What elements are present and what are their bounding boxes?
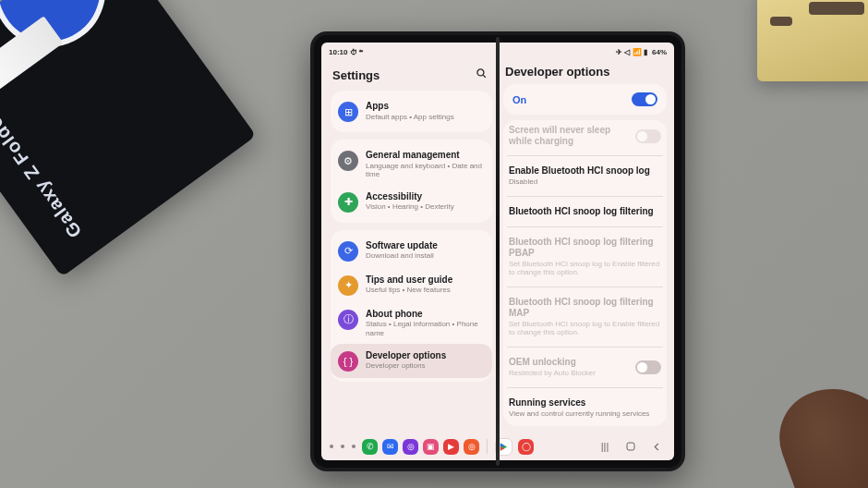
dev-option-bluetooth-hci-snoop-log-filtering[interactable]: Bluetooth HCI snoop log filtering (503, 200, 667, 224)
option-title: OEM unlocking (509, 357, 628, 368)
settings-item-title: About phone (366, 309, 483, 320)
settings-item-sub: Language and keyboard • Date and time (366, 162, 483, 178)
stay-awake-toggle[interactable] (635, 129, 661, 143)
taskbar-app-phone[interactable]: ✆ (362, 439, 378, 455)
update-icon: ⟳ (338, 241, 358, 262)
accessibility-icon: ✚ (338, 192, 358, 213)
settings-item-accessibility[interactable]: ✚AccessibilityVision • Hearing • Dexteri… (331, 185, 492, 219)
dev-icon: { } (338, 351, 358, 372)
settings-item-about-phone[interactable]: ⓘAbout phoneStatus • Legal information •… (331, 302, 492, 344)
settings-item-title: General management (366, 150, 483, 161)
nav-recents[interactable]: ||| (595, 439, 615, 454)
taskbar-app-app-red[interactable]: ◎ (464, 439, 479, 455)
settings-pane: Settings ⊞AppsDefault apps • App setting… (321, 59, 498, 434)
dev-option-bluetooth-hci-snoop-log-filtering-map: Bluetooth HCI snoop log filtering MAPSet… (503, 290, 667, 344)
battery-percent: 64% (652, 48, 667, 56)
settings-item-sub: Developer options (366, 361, 483, 370)
svg-line-1 (483, 75, 486, 78)
option-sub: View and control currently running servi… (509, 409, 661, 419)
option-title: Bluetooth HCI snoop log filtering (509, 206, 661, 217)
taskbar-app-youtube[interactable]: ▶ (443, 439, 459, 455)
master-toggle-label: On (512, 94, 526, 105)
option-sub: Set Bluetooth HCI snoop log to Enable fi… (509, 260, 661, 277)
settings-item-tips-and-user-guide[interactable]: ✦Tips and user guideUseful tips • New fe… (331, 268, 492, 302)
device-hinge (496, 37, 500, 466)
option-title: Bluetooth HCI snoop log filtering MAP (509, 297, 661, 319)
settings-item-apps[interactable]: ⊞AppsDefault apps • App settings (331, 94, 492, 128)
option-sub: Set Bluetooth HCI snoop log to Enable fi… (509, 320, 661, 337)
option-title: Running services (509, 397, 661, 409)
search-icon[interactable] (473, 65, 490, 85)
dev-option-screen-will-never-sleep-while-charging[interactable]: Screen will never sleep while charging (503, 120, 667, 152)
svg-point-0 (477, 69, 484, 76)
nav-back[interactable] (646, 440, 667, 454)
apps-icon: ⊞ (338, 102, 358, 122)
taskbar-app-app-pink[interactable]: ▣ (423, 439, 439, 455)
taskbar-app-app-purple[interactable]: ◎ (403, 439, 418, 455)
settings-item-title: Apps (366, 101, 483, 112)
detail-pane: Developer options On Screen will never s… (498, 59, 674, 434)
recent-app-icon[interactable]: ◯ (518, 439, 534, 455)
status-time: 10:10 (329, 48, 347, 56)
option-sub: Disabled (509, 177, 661, 187)
settings-item-title: Accessibility (366, 191, 483, 202)
option-title: Enable Bluetooth HCI snoop log (509, 165, 661, 177)
general-mgmt-icon: ⚙ (338, 151, 358, 171)
option-title: Screen will never sleep while charging (509, 125, 628, 147)
foldable-device: 10:10 ⏱ ☁ ✈ ◁ 📶 ▮ 64% Settings ⊞AppsDefa… (310, 31, 685, 471)
status-right-icons: ✈ ◁ 📶 ▮ (616, 48, 647, 56)
nav-home[interactable] (621, 439, 641, 454)
app-drawer-dot[interactable] (330, 445, 333, 448)
settings-item-developer-options[interactable]: { }Developer optionsDeveloper options (331, 344, 492, 378)
oem-unlocking-toggle (635, 360, 661, 374)
option-title: Bluetooth HCI snoop log filtering PBAP (509, 237, 661, 259)
settings-title: Settings (332, 68, 380, 82)
status-left-icons: ⏱ ☁ (350, 48, 363, 56)
dev-option-enable-bluetooth-hci-snoop-log[interactable]: Enable Bluetooth HCI snoop logDisabled (503, 159, 667, 193)
settings-item-title: Developer options (366, 350, 483, 361)
settings-item-sub: Status • Legal information • Phone name (366, 320, 483, 336)
dev-option-running-services[interactable]: Running servicesView and control current… (503, 391, 667, 425)
settings-item-sub: Download and install (366, 251, 483, 260)
dev-option-bluetooth-hci-snoop-log-filtering-pbap: Bluetooth HCI snoop log filtering PBAPSe… (503, 230, 667, 284)
settings-item-sub: Vision • Hearing • Dexterity (366, 202, 483, 211)
svg-rect-5 (627, 443, 634, 450)
option-sub: Restricted by Auto Blocker (509, 369, 628, 378)
dev-option-oem-unlocking[interactable]: OEM unlockingRestricted by Auto Blocker (503, 350, 667, 384)
settings-item-sub: Useful tips • New features (366, 286, 483, 294)
settings-item-software-update[interactable]: ⟳Software updateDownload and install (331, 234, 492, 268)
about-icon: ⓘ (338, 310, 358, 330)
taskbar-app-messages[interactable]: ✉ (382, 439, 398, 455)
settings-item-title: Software update (366, 240, 483, 251)
settings-item-general-management[interactable]: ⚙General managementLanguage and keyboard… (331, 143, 492, 185)
tips-icon: ✦ (338, 275, 358, 296)
taskbar-separator (487, 439, 488, 454)
settings-item-title: Tips and user guide (366, 274, 483, 286)
settings-item-sub: Default apps • App settings (366, 113, 483, 121)
developer-options-master-toggle-row: On (503, 84, 667, 115)
master-toggle-switch[interactable] (632, 92, 657, 106)
detail-title: Developer options (505, 65, 609, 79)
wooden-prop (757, 0, 868, 81)
